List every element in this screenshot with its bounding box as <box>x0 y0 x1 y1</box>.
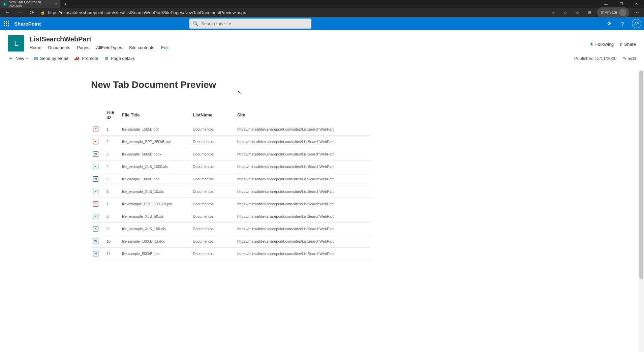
xls-file-icon: X <box>93 226 98 232</box>
cell-site: https://minsaitdev.sharepoint.com/sites/… <box>235 136 371 148</box>
settings-icon[interactable]: ⚙ <box>602 17 616 30</box>
forward-button[interactable]: → <box>15 8 24 17</box>
translate-icon[interactable]: ⟐ <box>549 8 558 17</box>
cell-id: 11 <box>104 248 120 260</box>
col-id-header[interactable]: File ID <box>104 107 120 123</box>
table-row[interactable]: X8file_example_XLS_50.xlsDocumentoshttps… <box>91 210 371 223</box>
brand-label[interactable]: SharePoint <box>14 21 41 27</box>
edit-button[interactable]: ✎ Edit <box>623 56 636 61</box>
table-row[interactable]: P2file_example_PPT_250kB.pptDocumentosht… <box>91 136 371 148</box>
table-row[interactable]: X9file_example_XLS_100.xlsDocumentoshttp… <box>91 223 371 235</box>
site-logo[interactable]: L <box>8 35 24 51</box>
maximize-button[interactable]: ❐ <box>614 0 629 8</box>
page-details-button[interactable]: ⚙ Page details <box>104 56 135 61</box>
table-row[interactable]: W11file-sample_500kB.docDocumentoshttps:… <box>91 248 371 260</box>
sharepoint-favicon-icon: S <box>3 2 7 6</box>
cell-title: file-example_PDF_500_kB.pdf <box>120 198 191 210</box>
address-bar: ← → ⟳ 🔒 https://minsaitdev.sharepoint.co… <box>0 8 644 17</box>
search-box[interactable]: 🔍 <box>189 19 311 29</box>
nav-edit[interactable]: Edit <box>161 45 168 50</box>
doc-file-icon: W <box>93 239 98 244</box>
xls-file-icon: X <box>93 164 98 169</box>
document-table: File ID File Title ListName Site P1file-… <box>91 107 371 260</box>
site-nav: Home Documents Pages AllFieldTypes Site … <box>30 45 168 50</box>
promote-button[interactable]: 📣 Promote <box>74 56 98 61</box>
table-row[interactable]: P1file-sample_150kB.pdfDocumentoshttps:/… <box>91 123 371 136</box>
favorites-bar-icon[interactable]: ✩ <box>573 8 582 17</box>
cell-id: 1 <box>104 123 120 136</box>
col-title-header[interactable]: File Title <box>120 107 191 123</box>
cell-id: 6 <box>104 185 120 198</box>
help-icon[interactable]: ? <box>616 17 629 30</box>
col-site-header[interactable]: Site <box>235 107 371 123</box>
cell-title: file_example_PPT_250kB.ppt <box>120 136 191 148</box>
ppt-file-icon: P <box>93 139 98 144</box>
close-tab-icon[interactable]: × <box>55 2 58 6</box>
site-title[interactable]: ListSearchWebPart <box>30 35 168 43</box>
nav-documents[interactable]: Documents <box>48 45 70 50</box>
browser-tab[interactable]: S New Tab Document Preview × <box>0 0 61 8</box>
share-button[interactable]: ⇪Share <box>619 42 636 47</box>
search-input[interactable] <box>201 21 308 26</box>
share-icon: ⇪ <box>619 42 623 47</box>
cell-id: 5 <box>104 173 120 185</box>
cell-title: file-sample_500kB.doc <box>120 248 191 260</box>
collections-icon[interactable]: ⊕ <box>585 8 594 17</box>
close-window-button[interactable]: ✕ <box>629 0 644 8</box>
minimize-button[interactable]: — <box>599 0 614 8</box>
pdf-file-icon: P <box>93 127 98 132</box>
cell-site: https://minsaitdev.sharepoint.com/sites/… <box>235 210 371 223</box>
profile-avatar-icon <box>619 9 626 16</box>
inprivate-label: InPrivate <box>601 10 617 15</box>
tab-strip: S New Tab Document Preview × + — ❐ ✕ <box>0 0 644 8</box>
table-row[interactable]: W10file-sample_100kB (1).docDocumentosht… <box>91 235 371 248</box>
back-button[interactable]: ← <box>3 8 12 17</box>
table-row[interactable]: X4file_example_XLS_1000.xlsDocumentoshtt… <box>91 161 371 173</box>
app-launcher-button[interactable] <box>0 17 13 30</box>
cell-title: file-sample_100kB (1).doc <box>120 235 191 248</box>
col-list-header[interactable]: ListName <box>191 107 235 123</box>
published-label: Published 12/11/2020 <box>574 56 617 61</box>
send-email-button[interactable]: ✉ Send by email <box>34 56 68 61</box>
cell-site: https://minsaitdev.sharepoint.com/sites/… <box>235 248 371 260</box>
table-row[interactable]: W5file-sample_100kB.docDocumentoshttps:/… <box>91 173 371 185</box>
cell-list: Documentos <box>191 198 235 210</box>
refresh-button[interactable]: ⟳ <box>27 8 36 17</box>
cell-site: https://minsaitdev.sharepoint.com/sites/… <box>235 185 371 198</box>
follow-button[interactable]: ★Following <box>589 41 614 47</box>
cell-list: Documentos <box>191 248 235 260</box>
nav-site-contents[interactable]: Site contents <box>129 45 154 50</box>
cell-site: https://minsaitdev.sharepoint.com/sites/… <box>235 161 371 173</box>
cell-site: https://minsaitdev.sharepoint.com/sites/… <box>235 198 371 210</box>
scrollbar-thumb[interactable] <box>639 71 643 279</box>
favorite-icon[interactable]: ☆ <box>561 8 570 17</box>
cell-id: 4 <box>104 161 120 173</box>
new-button[interactable]: ＋ New ▾ <box>8 55 28 62</box>
nav-allfieldtypes[interactable]: AllFieldTypes <box>96 45 122 50</box>
waffle-icon <box>4 21 9 26</box>
nav-pages[interactable]: Pages <box>77 45 89 50</box>
new-tab-button[interactable]: + <box>61 1 70 7</box>
table-row[interactable]: W3file-sample_500kB.docxDocumentoshttps:… <box>91 148 371 161</box>
cell-title: file_example_XLS_10.xls <box>120 185 191 198</box>
more-menu-icon[interactable]: ⋯ <box>632 8 641 17</box>
site-header: L ListSearchWebPart Home Documents Pages… <box>0 30 644 51</box>
mail-icon: ✉ <box>34 56 38 61</box>
doc-file-icon: W <box>93 176 98 182</box>
nav-home[interactable]: Home <box>30 45 41 50</box>
table-row[interactable]: X6file_example_XLS_10.xlsDocumentoshttps… <box>91 185 371 198</box>
star-icon: ★ <box>589 41 594 47</box>
url-text[interactable]: https://minsaitdev.sharepoint.com/sites/… <box>48 10 546 15</box>
user-avatar[interactable]: AP <box>632 19 641 28</box>
inprivate-badge[interactable]: InPrivate <box>597 7 629 17</box>
content-area: New Tab Document Preview File ID File Ti… <box>0 69 644 352</box>
doc-file-icon: W <box>93 151 98 157</box>
cell-title: file-sample_100kB.doc <box>120 173 191 185</box>
pencil-icon: ✎ <box>623 56 626 61</box>
cell-id: 2 <box>104 136 120 148</box>
table-row[interactable]: P7file-example_PDF_500_kB.pdfDocumentosh… <box>91 198 371 210</box>
cell-id: 9 <box>104 223 120 235</box>
cell-title: file-sample_500kB.docx <box>120 148 191 161</box>
cell-list: Documentos <box>191 235 235 248</box>
pdf-file-icon: P <box>93 201 98 207</box>
